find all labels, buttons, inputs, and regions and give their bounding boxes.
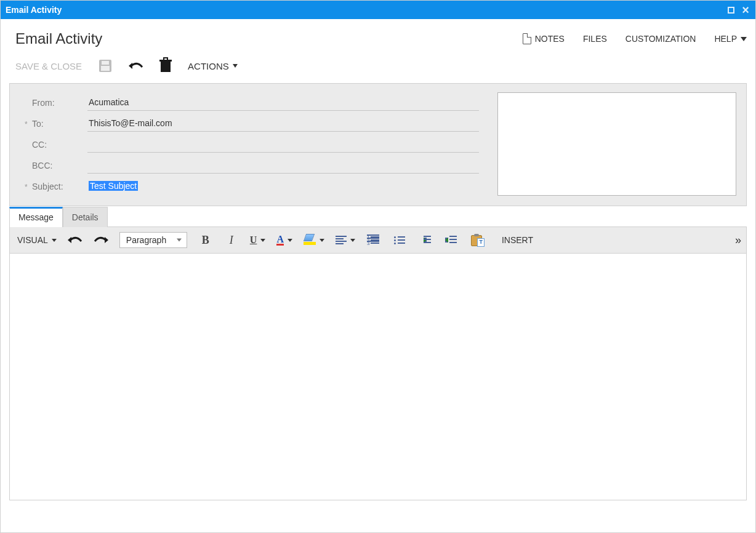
indent-button[interactable] — [418, 233, 433, 247]
save-close-label: SAVE & CLOSE — [15, 61, 82, 71]
to-label: To: — [20, 119, 87, 129]
chevron-down-icon — [350, 239, 355, 242]
bcc-label: BCC: — [20, 161, 87, 170]
font-color-icon: A — [276, 235, 284, 246]
actions-button[interactable]: ACTIONS — [188, 61, 238, 71]
from-row: From: Acumatica — [20, 92, 479, 113]
subject-value: Test Subject — [89, 181, 138, 191]
notes-label: NOTES — [535, 34, 565, 44]
customization-label: CUSTOMIZATION — [625, 34, 696, 44]
bcc-input[interactable] — [87, 158, 479, 174]
visual-label: VISUAL — [17, 235, 48, 245]
chevron-down-icon — [288, 239, 292, 242]
chevron-down-icon — [177, 239, 182, 242]
chevron-down-icon — [233, 64, 238, 68]
italic-button[interactable]: I — [224, 233, 239, 247]
chevron-down-icon — [741, 37, 747, 41]
window-close-icon[interactable]: × — [741, 5, 750, 15]
main-toolbar: SAVE & CLOSE ACTIONS — [9, 55, 747, 83]
tab-body: VISUAL Paragraph — [9, 226, 747, 500]
underline-button[interactable]: U — [250, 234, 266, 246]
bcc-row: BCC: — [20, 155, 479, 176]
page-header: Email Activity NOTES FILES CUSTOMIZATION… — [9, 25, 747, 55]
undo-icon — [68, 235, 82, 245]
ordered-list-icon: 1 2 3 — [368, 236, 379, 244]
outdent-icon — [446, 236, 457, 244]
customization-button[interactable]: CUSTOMIZATION — [625, 34, 696, 44]
note-icon — [523, 33, 531, 44]
insert-label: INSERT — [502, 235, 533, 245]
tab-details[interactable]: Details — [63, 207, 108, 227]
save-icon — [99, 60, 111, 72]
font-color-button[interactable]: A — [276, 235, 292, 246]
bold-icon: B — [202, 234, 209, 247]
subject-input[interactable]: Test Subject — [87, 178, 479, 194]
window-titlebar: Email Activity × — [1, 1, 755, 19]
toolbar-overflow-button[interactable]: » — [735, 234, 739, 247]
help-label: HELP — [714, 34, 737, 44]
cc-label: CC: — [20, 140, 87, 150]
indent-icon — [420, 236, 431, 244]
bcc-value — [87, 160, 89, 170]
tabs-container: Message Details VISUAL — [9, 206, 747, 500]
to-row: To: ThisisTo@E-mail.com — [20, 113, 479, 134]
undo-icon — [129, 61, 143, 71]
underline-icon: U — [250, 234, 257, 246]
unordered-list-icon — [394, 236, 405, 244]
trash-icon — [161, 60, 171, 72]
files-button[interactable]: FILES — [583, 34, 607, 44]
window-title: Email Activity — [6, 5, 62, 15]
tabs: Message Details — [9, 206, 747, 226]
subject-row: Subject: Test Subject — [20, 176, 479, 197]
actions-label: ACTIONS — [188, 61, 229, 71]
cc-input[interactable] — [87, 137, 479, 153]
cc-row: CC: — [20, 134, 479, 155]
tab-details-label: Details — [72, 212, 99, 222]
chevron-down-icon — [260, 239, 265, 242]
email-form-panel: From: Acumatica To: ThisisTo@E-mail.com … — [9, 83, 747, 206]
align-button[interactable] — [336, 236, 355, 244]
from-label: From: — [20, 98, 87, 108]
save-close-button[interactable]: SAVE & CLOSE — [15, 61, 82, 71]
outdent-button[interactable] — [444, 233, 459, 247]
to-input[interactable]: ThisisTo@E-mail.com — [87, 116, 479, 132]
save-button[interactable] — [99, 60, 111, 72]
paragraph-select[interactable]: Paragraph — [119, 232, 187, 248]
insert-button[interactable]: INSERT — [502, 235, 533, 245]
help-button[interactable]: HELP — [714, 34, 747, 44]
visual-mode-button[interactable]: VISUAL — [17, 235, 57, 245]
to-value: ThisisTo@E-mail.com — [87, 118, 172, 128]
tab-message-label: Message — [18, 212, 54, 222]
editor-undo-button[interactable] — [68, 235, 82, 245]
delete-button[interactable] — [161, 60, 171, 72]
subject-label: Subject: — [20, 182, 87, 191]
overflow-icon: » — [735, 234, 739, 246]
editor-body[interactable] — [10, 254, 746, 500]
editor-toolbar: VISUAL Paragraph — [10, 227, 746, 254]
unordered-list-button[interactable] — [392, 233, 407, 247]
paragraph-label: Paragraph — [126, 235, 166, 245]
paste-text-icon: T — [471, 234, 483, 246]
files-label: FILES — [583, 34, 607, 44]
bold-button[interactable]: B — [198, 233, 213, 247]
paste-text-button[interactable]: T — [470, 233, 485, 247]
preview-box — [497, 92, 736, 196]
from-input[interactable]: Acumatica — [87, 95, 479, 111]
editor-redo-button[interactable] — [94, 235, 108, 245]
chevron-down-icon — [52, 239, 57, 242]
cc-value — [87, 139, 89, 149]
chevron-down-icon — [320, 239, 324, 242]
ordered-list-button[interactable]: 1 2 3 — [366, 233, 381, 247]
page-title: Email Activity — [15, 30, 102, 47]
align-left-icon — [336, 236, 347, 244]
window-maximize-icon[interactable] — [726, 5, 736, 15]
highlight-icon — [304, 235, 316, 245]
tab-message[interactable]: Message — [9, 207, 63, 227]
undo-button[interactable] — [129, 61, 143, 71]
redo-icon — [94, 235, 108, 245]
highlight-button[interactable] — [304, 235, 324, 245]
italic-icon: I — [230, 234, 233, 247]
from-value: Acumatica — [87, 97, 129, 107]
notes-button[interactable]: NOTES — [523, 33, 565, 44]
header-actions: NOTES FILES CUSTOMIZATION HELP — [523, 33, 747, 44]
